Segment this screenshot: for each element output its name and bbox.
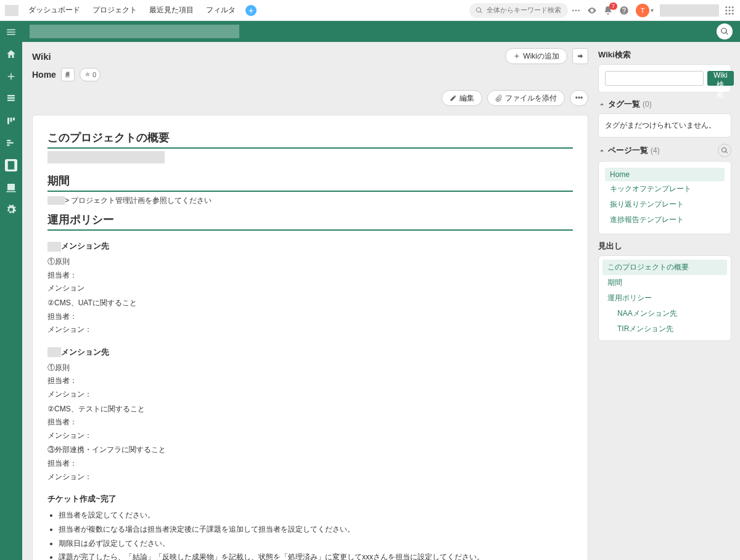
redacted-block bbox=[47, 151, 165, 163]
svg-point-0 bbox=[572, 9, 574, 11]
heading-overview: このプロジェクトの概要 bbox=[47, 130, 573, 149]
wiki-right-column: Wiki検索 Wiki検索 タグ一覧 (0) タグがまだつけられていません。 bbox=[598, 42, 740, 560]
project-name-placeholder bbox=[30, 25, 239, 38]
rail-settings-icon[interactable] bbox=[5, 204, 17, 216]
global-search-placeholder: 全体からキーワード検索 bbox=[487, 6, 561, 15]
svg-point-7 bbox=[729, 9, 731, 11]
global-search[interactable]: 全体からキーワード検索 bbox=[469, 3, 568, 18]
page-link[interactable]: キックオフテンプレート bbox=[605, 181, 725, 197]
more-menu-icon[interactable] bbox=[568, 2, 584, 19]
rail-gantt-icon[interactable] bbox=[5, 137, 17, 149]
heading-mention1: メンション先 bbox=[47, 241, 573, 252]
edit-label: 編集 bbox=[459, 93, 474, 104]
product-logo bbox=[5, 5, 18, 16]
wiki-more-button[interactable]: ••• bbox=[570, 90, 588, 106]
toc-item[interactable]: 運用ポリシー bbox=[602, 290, 727, 306]
svg-point-8 bbox=[732, 9, 734, 11]
add-wiki-label: Wikiの追加 bbox=[523, 51, 559, 62]
watch-eye-icon[interactable] bbox=[584, 2, 600, 19]
help-icon[interactable] bbox=[616, 2, 632, 19]
rail-add-icon[interactable] bbox=[5, 70, 17, 83]
tags-empty-text: タグがまだつけられていません。 bbox=[605, 121, 716, 130]
wiki-search-title: Wiki検索 bbox=[598, 49, 731, 60]
ticket-list: 担当者を設定してください。 担当者が複数になる場合は担当者決定後に子課題を追加し… bbox=[47, 508, 573, 560]
pages-search-icon[interactable] bbox=[718, 144, 731, 157]
chevron-up-icon bbox=[598, 101, 606, 108]
pages-panel-title[interactable]: ページ一覧 (4) bbox=[598, 144, 731, 157]
wiki-search-input[interactable] bbox=[605, 71, 704, 86]
search-icon bbox=[475, 7, 483, 14]
nav-dashboard[interactable]: ダッシュボード bbox=[22, 5, 86, 15]
avatar-caret-icon[interactable]: ▾ bbox=[651, 7, 654, 14]
wiki-search-panel: Wiki検索 bbox=[598, 64, 731, 93]
tags-panel: タグがまだつけられていません。 bbox=[598, 113, 731, 138]
toc-item[interactable]: TIRメンション先 bbox=[602, 321, 727, 337]
period-text: > プロジェクト管理計画を参照してください bbox=[47, 194, 573, 208]
mention-block-3: ①原則 担当者： メンション： bbox=[47, 361, 573, 401]
ticket-item: 期限日は必ず設定してください。 bbox=[59, 537, 573, 551]
tags-panel-title[interactable]: タグ一覧 (0) bbox=[598, 99, 731, 110]
rail-files-icon[interactable] bbox=[5, 181, 17, 194]
pages-panel: Home キックオフテンプレート 振り返りテンプレート 進捗報告テンプレート bbox=[598, 161, 731, 234]
svg-point-9 bbox=[725, 12, 727, 14]
mention-block-4: ②CMS、テストに関すること 担当者： メンション： bbox=[47, 403, 573, 443]
mention-block-1: ①原則 担当者： メンション bbox=[47, 255, 573, 295]
collapse-right-button[interactable] bbox=[572, 48, 588, 64]
rail-home-icon[interactable] bbox=[5, 48, 17, 60]
wiki-content-card: このプロジェクトの概要 期間 > プロジェクト管理計画を参照してください 運用ポ… bbox=[32, 115, 588, 560]
svg-point-5 bbox=[732, 6, 734, 8]
page-link[interactable]: 振り返りテンプレート bbox=[605, 197, 725, 212]
edit-button[interactable]: 編集 bbox=[442, 90, 482, 106]
project-header-bar bbox=[22, 21, 740, 42]
ticket-item: 担当者が複数になる場合は担当者決定後に子課題を追加して担当者を設定してください。 bbox=[59, 522, 573, 537]
nav-recent[interactable]: 最近見た項目 bbox=[143, 5, 200, 15]
rail-wiki-icon[interactable] bbox=[5, 159, 17, 171]
page-kind-label: Wiki bbox=[32, 51, 51, 62]
page-link[interactable]: 進捗報告テンプレート bbox=[605, 212, 725, 228]
attach-label: ファイルを添付 bbox=[505, 93, 557, 104]
toc-item[interactable]: このプロジェクトの概要 bbox=[602, 260, 727, 275]
headings-title: 見出し bbox=[598, 241, 731, 252]
attach-button[interactable]: ファイルを添付 bbox=[487, 90, 565, 106]
global-topbar: ダッシュボード プロジェクト 最近見た項目 フィルタ + 全体からキーワード検索… bbox=[0, 0, 740, 21]
page-copy-icon[interactable] bbox=[61, 68, 75, 81]
heading-ticket: チケット作成~完了 bbox=[47, 493, 573, 504]
rail-issues-icon[interactable] bbox=[5, 93, 17, 105]
add-wiki-button[interactable]: Wikiの追加 bbox=[505, 48, 567, 64]
project-siderail bbox=[0, 21, 22, 560]
breadcrumb-home[interactable]: Home bbox=[32, 70, 56, 80]
svg-point-2 bbox=[578, 9, 580, 11]
svg-point-3 bbox=[725, 6, 727, 8]
page-link-home[interactable]: Home bbox=[605, 168, 725, 181]
pencil-icon bbox=[450, 94, 457, 102]
heading-policy: 運用ポリシー bbox=[47, 212, 573, 231]
svg-point-1 bbox=[575, 9, 577, 11]
star-icon bbox=[84, 71, 91, 78]
heading-mention2: メンション先 bbox=[47, 347, 573, 358]
star-count-chip[interactable]: 0 bbox=[80, 68, 101, 81]
toc-item[interactable]: NAAメンション先 bbox=[602, 306, 727, 321]
plus-icon bbox=[513, 52, 520, 60]
svg-point-11 bbox=[732, 12, 734, 14]
mention-block-2: ②CMS、UATに関すること 担当者： メンション： bbox=[47, 297, 573, 337]
star-count: 0 bbox=[92, 71, 96, 78]
nav-filter[interactable]: フィルタ bbox=[200, 5, 242, 15]
wiki-search-button[interactable]: Wiki検索 bbox=[707, 71, 734, 86]
svg-point-10 bbox=[729, 12, 731, 14]
notifications-icon[interactable]: 7 bbox=[600, 2, 616, 19]
apps-grid-icon[interactable] bbox=[724, 5, 735, 16]
project-search-button[interactable] bbox=[717, 23, 733, 39]
rail-menu-icon[interactable] bbox=[5, 26, 17, 38]
svg-point-4 bbox=[729, 6, 731, 8]
top-right-placeholder bbox=[660, 4, 719, 17]
rail-board-icon[interactable] bbox=[5, 115, 17, 127]
nav-projects[interactable]: プロジェクト bbox=[86, 5, 143, 15]
toc-item[interactable]: 期間 bbox=[602, 275, 727, 290]
ticket-item: 担当者を設定してください。 bbox=[59, 508, 573, 522]
nav-add-button[interactable]: + bbox=[245, 5, 257, 16]
paperclip-icon bbox=[495, 94, 503, 102]
user-avatar[interactable]: T bbox=[636, 4, 649, 17]
heading-period: 期間 bbox=[47, 173, 573, 192]
headings-panel: このプロジェクトの概要期間運用ポリシーNAAメンション先TIRメンション先 bbox=[598, 255, 731, 341]
svg-point-6 bbox=[725, 9, 727, 11]
